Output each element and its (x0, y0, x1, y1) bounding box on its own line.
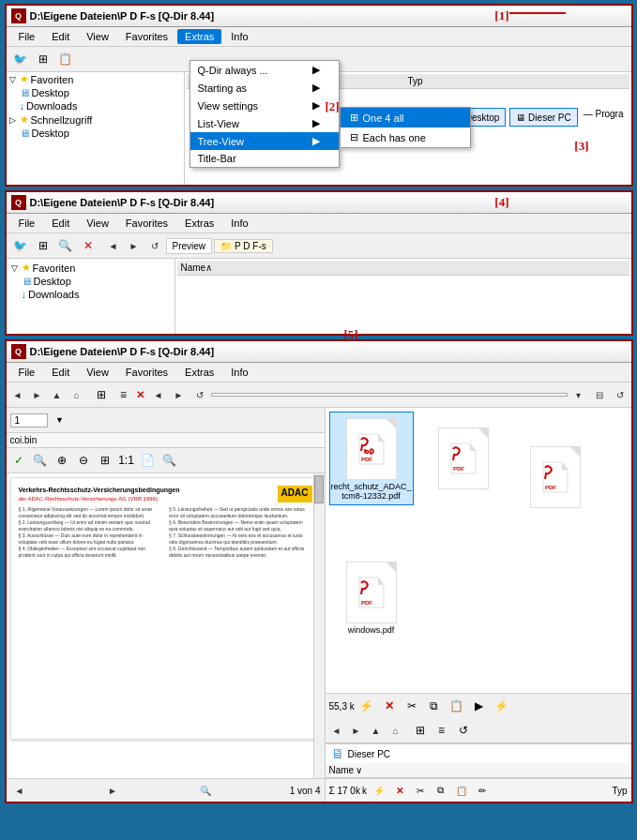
zoom-page[interactable]: 📄 (138, 450, 159, 471)
p3-menu-edit[interactable]: Edit (44, 365, 77, 380)
p2-nav-back[interactable]: ◄ (104, 236, 123, 255)
p3-nav-forward[interactable]: ► (28, 385, 47, 404)
preview-scrollbar[interactable] (313, 473, 325, 778)
submenu-each-has-one[interactable]: ⊟ Each has one (341, 128, 470, 147)
b-lightning[interactable]: ⚡ (369, 780, 389, 801)
tree-item-desktop1[interactable]: 🖥 Desktop (18, 86, 184, 99)
p3-view-toggle[interactable]: ▾ (569, 385, 588, 404)
dropdown-tree-view[interactable]: Tree-View ▶ (190, 132, 339, 150)
zoom-in[interactable]: ⊕ (52, 450, 72, 471)
submenu-one4all[interactable]: ⊞ One 4 all (341, 108, 470, 128)
b-copy[interactable]: ⧉ (431, 780, 451, 801)
p2-toolbar-zoom[interactable]: 🔍 (55, 235, 76, 256)
p3-b-refresh[interactable]: ↺ (453, 720, 474, 741)
p3-bottom-home[interactable]: ⌂ (387, 721, 405, 740)
menu-file[interactable]: File (11, 29, 43, 44)
b-paste[interactable]: 📋 (451, 780, 472, 801)
p2-menu-edit[interactable]: Edit (44, 216, 77, 231)
toolbar-quick-btn[interactable]: 🐦 (10, 49, 31, 69)
zoom-out-btn[interactable]: 🔍 (196, 781, 215, 800)
zoom-fit[interactable]: ⊞ (95, 450, 115, 471)
b-delete[interactable]: ✕ (389, 780, 410, 801)
toolbar-grid-btn[interactable]: ⊞ (33, 49, 53, 69)
delete-btn[interactable]: ✕ (379, 696, 400, 716)
paste-btn[interactable]: 📋 (447, 696, 467, 716)
p2-tree-desktop[interactable]: 🖥 Desktop (20, 275, 173, 288)
p3-nav-up[interactable]: ▲ (48, 385, 67, 404)
tree-path-input[interactable]: 1 (10, 413, 48, 428)
p3-bottom-up[interactable]: ▲ (367, 721, 386, 740)
b-cut[interactable]: ✂ (410, 780, 431, 801)
pdf-file-1[interactable]: PDF recht_schutz_ADAC_tcm8-12332.pdf (329, 412, 414, 505)
p2-menu-view[interactable]: View (79, 216, 116, 231)
menu-favorites[interactable]: Favorites (118, 29, 175, 44)
p3-bottom-back[interactable]: ◄ (327, 721, 346, 740)
tree-item-downloads[interactable]: ↓ Downloads (18, 99, 184, 112)
p3-list-view[interactable]: ≡ (114, 384, 134, 405)
dieser-pc-item[interactable]: 🖥 Dieser PC (326, 744, 631, 763)
p2-toolbar-grid[interactable]: ⊞ (33, 235, 53, 256)
b-edit[interactable]: ✏ (472, 780, 493, 801)
copy-btn[interactable]: ⧉ (424, 696, 445, 716)
cut-btn[interactable]: ✂ (402, 696, 422, 716)
dieser-pc-btn[interactable]: 🖥 Dieser PC (509, 108, 577, 127)
p3-refresh3[interactable]: ↺ (611, 385, 629, 404)
dropdown-list-view[interactable]: List-View ▶ (190, 114, 339, 132)
p2-tree-downloads[interactable]: ↓ Downloads (20, 288, 173, 301)
p3-bottom-forward[interactable]: ► (347, 721, 366, 740)
p2-menu-favorites[interactable]: Favorites (118, 216, 175, 231)
dropdown-title-bar[interactable]: Title-Bar (190, 150, 339, 167)
p3-menu-view[interactable]: View (79, 365, 116, 380)
dropdown-view-settings[interactable]: View settings ▶ (190, 97, 339, 114)
toolbar-list-btn[interactable]: 📋 (55, 49, 76, 69)
p2-tree-favoriten[interactable]: ▽ ★ Favoriten (8, 261, 173, 275)
p3-nav-home[interactable]: ⌂ (68, 385, 86, 404)
p3-nav-refresh2[interactable]: ↺ (190, 385, 209, 404)
menu-view[interactable]: View (79, 29, 116, 44)
lightning2-btn[interactable]: ⚡ (492, 696, 512, 716)
p3-menu-extras[interactable]: Extras (177, 365, 221, 380)
zoom-nav[interactable]: 🔍 (159, 450, 180, 471)
p3-menu-info[interactable]: Info (223, 365, 255, 380)
p3-tree-down[interactable]: ▼ (50, 410, 70, 430)
next-page-btn[interactable]: ► (103, 781, 122, 800)
p2-toolbar-close[interactable]: ✕ (78, 235, 99, 256)
p2-nav-refresh[interactable]: ↺ (145, 236, 164, 255)
tree-item-schnellzugriff[interactable]: ▷ ★ Schnellzugriff (7, 112, 184, 127)
p3-nav-web-forward[interactable]: ► (170, 385, 189, 404)
prev-page-btn[interactable]: ◄ (10, 781, 29, 800)
zoom-actual[interactable]: 1:1 (116, 450, 137, 471)
zoom-search[interactable]: 🔍 (30, 450, 51, 471)
p3-menu-file[interactable]: File (11, 365, 43, 380)
p2-menu-extras[interactable]: Extras (177, 216, 221, 231)
zoom-check[interactable]: ✓ (8, 450, 29, 471)
p3-grid-view[interactable]: ⊞ (91, 384, 112, 405)
p3-b-list[interactable]: ≡ (432, 720, 452, 741)
lightning-btn[interactable]: ⚡ (356, 696, 377, 716)
zoom-out[interactable]: ⊖ (73, 450, 94, 471)
more-btn[interactable]: ▶ (469, 696, 490, 716)
p3-address-bar[interactable] (211, 393, 568, 397)
p3-b-grid[interactable]: ⊞ (410, 720, 431, 741)
tree-item-favoriten[interactable]: ▽ ★ Favoriten (7, 72, 184, 86)
p3-split-toggle[interactable]: ⊟ (590, 385, 609, 404)
p2-nav-forward[interactable]: ► (125, 236, 144, 255)
dropdown-starting-as[interactable]: Starting as ▶ (190, 79, 339, 97)
menu-extras[interactable]: Extras (177, 29, 221, 44)
p3-nav-web-back[interactable]: ◄ (149, 385, 168, 404)
folder-breadcrumb[interactable]: 📁 P D F-s (214, 239, 273, 253)
menu-edit[interactable]: Edit (44, 29, 77, 44)
tree-item-desktop2[interactable]: 🖥 Desktop (18, 127, 184, 140)
p3-menu-favorites[interactable]: Favorites (118, 365, 175, 380)
p2-menu-file[interactable]: File (11, 216, 43, 231)
pdf-file-4[interactable]: PDF windows.pdf (329, 550, 414, 644)
p2-toolbar-btn1[interactable]: 🐦 (10, 235, 31, 256)
p2-menu-info[interactable]: Info (223, 216, 255, 231)
menu-info[interactable]: Info (223, 29, 255, 44)
p3-nav-back[interactable]: ◄ (8, 385, 27, 404)
pdf-file-3[interactable]: PDF (513, 430, 598, 524)
p3-close-btn[interactable]: ✕ (136, 389, 144, 401)
dropdown-qdir-always[interactable]: Q-Dir always ... ▶ (190, 61, 339, 79)
scrollbar-thumb[interactable] (314, 475, 324, 503)
pdf-file-2[interactable]: PDF (421, 412, 506, 505)
